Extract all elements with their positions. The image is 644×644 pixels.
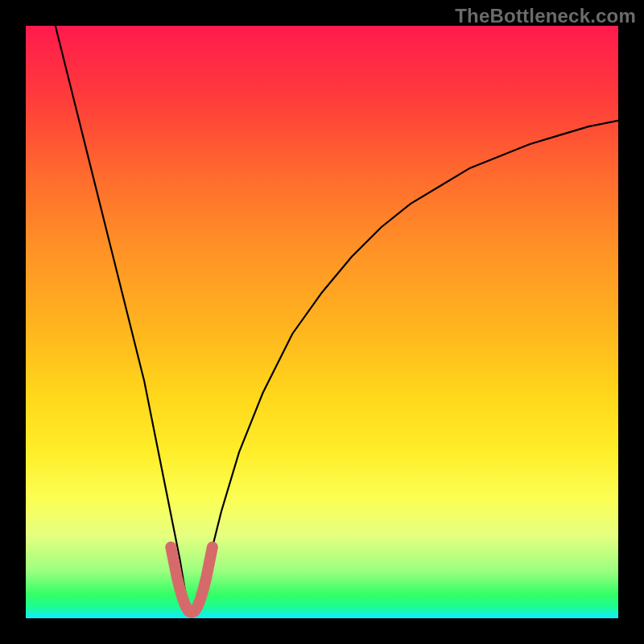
watermark-text: TheBottleneck.com — [455, 5, 636, 27]
bottleneck-curve — [56, 26, 618, 613]
chart-area — [26, 26, 618, 618]
chart-svg — [26, 26, 618, 618]
highlight-u — [171, 547, 213, 613]
